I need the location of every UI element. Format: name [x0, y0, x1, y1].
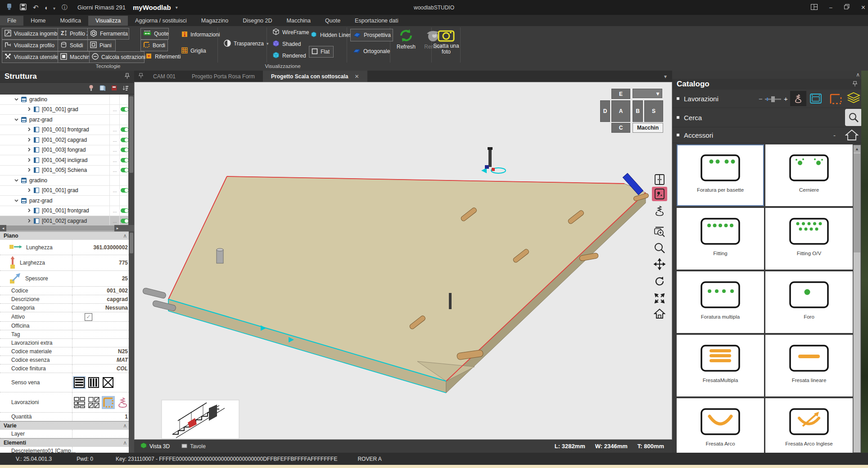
tree-row--001-001-grad[interactable]: [001_001] grad... [0, 186, 134, 196]
ortogonale-button[interactable]: Ortogonale [350, 46, 392, 57]
filter-drill-button[interactable] [790, 91, 806, 106]
grain-vertical-icon[interactable] [87, 376, 100, 389]
quote-button[interactable]: Quote [140, 28, 169, 40]
row-options-button[interactable]: ... [109, 135, 120, 145]
piani-button[interactable]: Piani [87, 40, 116, 51]
solidi-button[interactable]: Solidi [58, 40, 89, 51]
undo-icon[interactable]: ↶ [33, 4, 39, 12]
riferimenti-button[interactable]: Riferimenti [143, 51, 181, 62]
tree-vscrollbar[interactable] [128, 94, 134, 225]
bordi-button[interactable]: Bordi [140, 40, 168, 51]
property-row-categoria[interactable]: CategoriaNessuna [0, 304, 134, 312]
info-icon[interactable]: ⓘ [62, 4, 68, 12]
tree-row--001-004-incligrad[interactable]: [001_004] incligrad... [0, 155, 134, 166]
fit-view-icon[interactable] [652, 291, 667, 306]
section-header-piano[interactable]: Piano∧ [0, 231, 134, 240]
chevron-right-icon[interactable] [26, 187, 32, 194]
rotate-icon[interactable] [652, 274, 667, 288]
visualizza-utensile-button[interactable]: Visualizza utensile [2, 51, 59, 63]
grain-none-icon[interactable] [102, 376, 114, 389]
machining-grid-icon[interactable] [73, 396, 86, 409]
property-row-lavorazioni-extra[interactable]: Lavorazioni extra [0, 339, 134, 347]
catalog-item-cerniere[interactable]: Cerniere [765, 144, 853, 206]
griglia-button[interactable]: Griglia [179, 46, 211, 56]
scroll-right-arrow[interactable]: ▸ [114, 225, 121, 231]
property-row-codice[interactable]: Codice001_002 [0, 287, 134, 295]
accessori-collapse-minus-icon[interactable]: - [833, 131, 836, 139]
catalog-collapse-chevron[interactable]: ∧ [672, 71, 868, 79]
board-icon[interactable] [99, 85, 106, 92]
hscroll-thumb[interactable] [6, 225, 114, 231]
property-row-officina[interactable]: Officina [0, 322, 134, 330]
3d-canvas[interactable] [134, 82, 672, 440]
doc-tab-progetto-scala-con-sottoscala[interactable]: Progetto Scala con sottoscala✕ [263, 71, 367, 82]
menu-item-modifica[interactable]: Modifica [53, 16, 89, 26]
hidden-lines-button[interactable]: Hidden Lines [308, 31, 349, 40]
close-button[interactable]: × [861, 4, 865, 12]
ferramenta-button[interactable]: Ferramenta [87, 28, 129, 40]
tabbar-pin-icon[interactable] [139, 73, 143, 80]
catalog-item-fresatamultipla[interactable]: FresataMultipla [677, 335, 764, 396]
chevron-right-icon[interactable] [26, 157, 32, 163]
profilo-z-button[interactable]: ZProfilo Z [58, 28, 89, 40]
menu-item-esportazione-dati[interactable]: Esportazione dati [348, 16, 406, 26]
catalog-section-cerca[interactable]: Cerca [672, 108, 868, 127]
machining-hatched-icon[interactable] [87, 396, 100, 409]
chevron-right-icon[interactable] [26, 218, 32, 224]
size-slider[interactable] [765, 99, 781, 100]
chevron-right-icon[interactable] [26, 137, 32, 143]
visualizza-profilo-button[interactable]: Visualizza profilo [2, 40, 59, 51]
zoom-out-minus-icon[interactable]: − [759, 95, 763, 103]
attivo-checkbox[interactable]: ✓ [85, 313, 92, 321]
section-header-varie[interactable]: Varie∧ [0, 421, 134, 430]
row-options-button[interactable]: ... [109, 206, 120, 216]
machining-border-icon[interactable] [102, 396, 115, 409]
tree-row--001-002-capgrad[interactable]: [001_002] capgrad... [0, 135, 134, 145]
menu-item-quote[interactable]: Quote [318, 16, 348, 26]
lamp-icon[interactable] [88, 85, 94, 92]
scroll-left-arrow[interactable]: ◂ [0, 225, 6, 231]
workspace-menu[interactable]: myWoodlab [133, 4, 171, 11]
menu-item-aggiorna-sostituisci[interactable]: Aggiorna / sostituisci [128, 16, 194, 26]
tree-row--001-001-grad[interactable]: [001_001] grad... [0, 105, 134, 115]
menu-item-magazzino[interactable]: Magazzino [194, 16, 235, 26]
save-icon[interactable] [20, 4, 27, 12]
tree-row-gradino[interactable]: gradino [0, 176, 134, 186]
catalog-section-lavorazioni[interactable]: Lavorazioni − + [672, 90, 868, 108]
property-row-codice-essenza[interactable]: Codice essenzaMAT [0, 356, 134, 364]
property-row-lavorazioni[interactable]: Lavorazioni [0, 392, 134, 413]
view-dropdown[interactable]: ▾ [633, 89, 662, 98]
property-row-larghezza[interactable]: Larghezza775 [0, 255, 134, 271]
property-row-senso-vena[interactable]: Senso vena [0, 373, 134, 392]
row-options-button[interactable]: ... [109, 186, 120, 196]
chevron-down-icon[interactable] [14, 117, 19, 123]
catalog-item-foratura-multipla[interactable]: Foratura multipla [677, 271, 764, 333]
doc-tab-cam-001[interactable]: CAM 001 [145, 71, 184, 82]
menu-item-file[interactable]: File [0, 16, 23, 26]
tab-tavole[interactable]: Tavole [190, 443, 206, 450]
trasparenza-button[interactable]: Trasparenza▾ [222, 39, 269, 49]
row-options-button[interactable]: ... [109, 155, 120, 165]
calcola-sottrazioni-button[interactable]: Calcola sottrazioni [89, 51, 145, 63]
property-row-codice-finitura[interactable]: Codice finituraCOL [0, 364, 134, 373]
property-row-tag[interactable]: Tag [0, 330, 134, 339]
board-drill-icon[interactable] [652, 187, 667, 201]
catalog-item-fresata-arco-inglese[interactable]: Fresata Arco Inglese [765, 398, 853, 460]
catalog-item-fresata-lineare[interactable]: Fresata lineare [765, 335, 853, 396]
section-header-elementi[interactable]: Elementi∧ [0, 438, 134, 447]
row-options-button[interactable]: ... [109, 125, 120, 135]
menu-item-macchina[interactable]: Macchina [280, 16, 318, 26]
chevron-right-icon[interactable] [26, 207, 32, 214]
catalog-item-fitting[interactable]: Fitting [677, 208, 764, 270]
flat-button[interactable]: Flat [309, 46, 334, 58]
sort-icon[interactable] [122, 85, 129, 92]
layout-icon[interactable] [811, 4, 818, 11]
catalog-item-foro[interactable]: Foro [765, 271, 853, 333]
chevron-right-icon[interactable] [26, 106, 32, 112]
contrast-icon[interactable]: ◐▾ [45, 4, 56, 11]
tree-row--001-003-fongrad[interactable]: [001_003] fongrad... [0, 145, 134, 156]
catalog-section-accessori[interactable]: Accessori - [672, 127, 868, 143]
prospettiva-button[interactable]: Prospettiva [350, 29, 393, 41]
scroll-up-arrow[interactable]: ▲ [854, 145, 860, 153]
tree-row--001-002-capgrad[interactable]: [001_002] capgrad... [0, 216, 134, 225]
